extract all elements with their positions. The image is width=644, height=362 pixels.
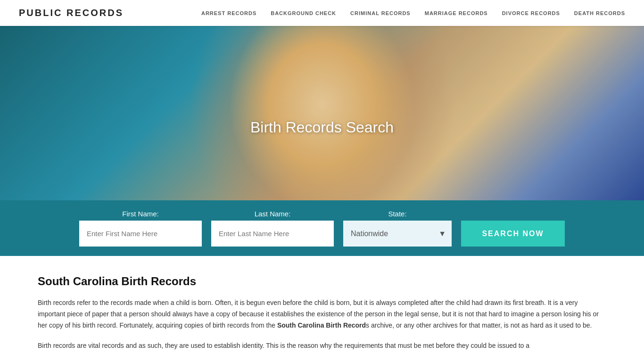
nav-marriage-records[interactable]: MARRIAGE RECORDS — [425, 10, 488, 16]
paragraph1-bold: South Carolina Birth Record — [277, 321, 366, 329]
header: PUBLIC RECORDS ARREST RECORDS BACKGROUND… — [0, 0, 644, 26]
content-title: South Carolina Birth Records — [38, 275, 606, 288]
search-bar: First Name: Last Name: State: Nationwide… — [0, 200, 644, 256]
main-nav: ARREST RECORDS BACKGROUND CHECK CRIMINAL… — [201, 10, 625, 16]
first-name-field: First Name: — [79, 210, 202, 247]
search-now-button[interactable]: SEARCH NOW — [461, 221, 565, 247]
nav-background-check[interactable]: BACKGROUND CHECK — [271, 10, 336, 16]
hero-overlay — [0, 26, 644, 200]
state-label: State: — [343, 210, 452, 218]
paragraph1-end: s archive, or any other archives for tha… — [366, 321, 592, 329]
nav-arrest-records[interactable]: ARREST RECORDS — [201, 10, 256, 16]
last-name-field: Last Name: — [211, 210, 334, 247]
first-name-label: First Name: — [79, 210, 202, 218]
hero-title: Birth Records Search — [250, 119, 394, 136]
last-name-input[interactable] — [211, 221, 334, 247]
state-select[interactable]: NationwideAlabamaAlaskaArizonaArkansasCa… — [343, 221, 452, 247]
main-content: South Carolina Birth Records Birth recor… — [0, 256, 644, 362]
hero-section: Birth Records Search — [0, 26, 644, 200]
nav-divorce-records[interactable]: DIVORCE RECORDS — [502, 10, 560, 16]
nav-criminal-records[interactable]: CRIMINAL RECORDS — [350, 10, 411, 16]
site-logo: PUBLIC RECORDS — [19, 8, 124, 18]
state-select-wrapper: NationwideAlabamaAlaskaArizonaArkansasCa… — [343, 221, 452, 247]
content-paragraph-2: Birth records are vital records and as s… — [38, 340, 606, 352]
nav-death-records[interactable]: DEATH RECORDS — [574, 10, 625, 16]
search-button-spacer — [461, 210, 565, 218]
search-button-field: SEARCH NOW — [461, 210, 565, 247]
content-paragraph-1: Birth records refer to the records made … — [38, 297, 606, 331]
state-field: State: NationwideAlabamaAlaskaArizonaArk… — [343, 210, 452, 247]
last-name-label: Last Name: — [211, 210, 334, 218]
first-name-input[interactable] — [79, 221, 202, 247]
